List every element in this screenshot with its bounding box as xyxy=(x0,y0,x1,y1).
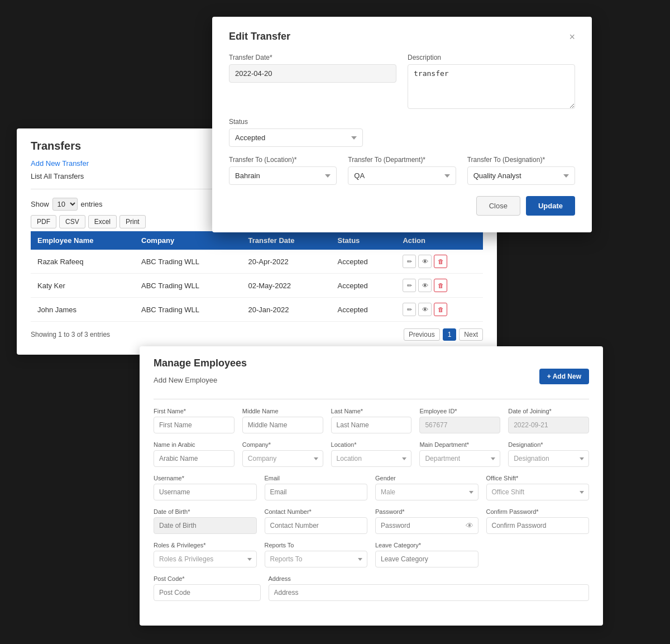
emp-form-row-4: Date of Birth* Contact Number* Password*… xyxy=(154,508,589,534)
employees-panel: Manage Employees Add New Employee + Add … xyxy=(140,346,603,626)
prev-page-button[interactable]: Previous xyxy=(404,328,440,341)
delete-button[interactable]: 🗑 xyxy=(434,255,447,268)
transfer-desig-group: Transfer To (Designation)* Quality Analy… xyxy=(467,156,575,185)
page-1-button[interactable]: 1 xyxy=(443,328,457,341)
location-select[interactable]: Location xyxy=(331,450,412,467)
arabic-name-input[interactable] xyxy=(154,450,234,467)
emp-divider xyxy=(154,399,589,399)
post-code-input[interactable] xyxy=(154,584,261,601)
transfer-location-select[interactable]: Bahrain xyxy=(229,166,337,185)
gender-select[interactable]: Male Female xyxy=(375,484,478,500)
table-row: John James ABC Trading WLL 20-Jan-2022 A… xyxy=(31,298,483,322)
view-button[interactable]: 👁 xyxy=(418,255,432,268)
action-buttons: ✏ 👁 🗑 xyxy=(403,303,476,316)
middle-name-input[interactable] xyxy=(242,417,323,433)
email-group: Email xyxy=(265,475,368,500)
transfer-date-cell: 02-May-2022 xyxy=(241,274,331,298)
close-button[interactable]: Close xyxy=(476,196,520,216)
showing-entries-label: Showing 1 to 3 of 3 entries xyxy=(31,331,110,338)
designation-group: Designation* Designation xyxy=(508,441,589,467)
transfer-location-label: Transfer To (Location)* xyxy=(229,156,337,164)
delete-button[interactable]: 🗑 xyxy=(434,279,447,292)
company-cell: ABC Trading WLL xyxy=(135,274,241,298)
password-input[interactable] xyxy=(375,517,478,534)
email-label: Email xyxy=(265,475,368,481)
emp-form-row-1: First Name* Middle Name Last Name* Emplo… xyxy=(154,408,589,433)
arabic-name-label: Name in Arabic xyxy=(154,441,234,448)
edit-button[interactable]: ✏ xyxy=(403,303,416,316)
employee-name-cell: Razak Rafeeq xyxy=(31,250,135,274)
email-input[interactable] xyxy=(265,484,368,500)
transfer-dept-label: Transfer To (Department)* xyxy=(348,156,456,164)
show-entries: Show 10 25 50 entries xyxy=(31,198,146,211)
confirm-password-input[interactable] xyxy=(486,517,590,534)
address-label: Address xyxy=(269,575,590,582)
roles-select[interactable]: Roles & Privileges xyxy=(154,551,257,567)
date-joining-input[interactable] xyxy=(508,417,589,433)
edit-transfer-modal: Edit Transfer × Transfer Date* Descripti… xyxy=(212,17,592,232)
office-shift-select[interactable]: Office Shift xyxy=(486,484,590,500)
modal-close-x-button[interactable]: × xyxy=(569,32,575,42)
view-button[interactable]: 👁 xyxy=(418,303,432,316)
add-new-employee-label: Add New Employee xyxy=(154,376,217,384)
action-cell: ✏ 👁 🗑 xyxy=(396,250,483,274)
username-input[interactable] xyxy=(154,484,257,500)
status-select[interactable]: Accepted Pending Rejected xyxy=(229,128,363,147)
password-label: Password* xyxy=(375,508,478,515)
edit-button[interactable]: ✏ xyxy=(403,279,416,292)
first-name-input[interactable] xyxy=(154,417,234,433)
dob-group: Date of Birth* xyxy=(154,508,257,534)
contact-input[interactable] xyxy=(265,517,368,534)
print-button[interactable]: Print xyxy=(119,215,146,228)
next-page-button[interactable]: Next xyxy=(459,328,483,341)
table-row: Razak Rafeeq ABC Trading WLL 20-Apr-2022… xyxy=(31,250,483,274)
form-row-3: Transfer To (Location)* Bahrain Transfer… xyxy=(229,156,575,185)
designation-select[interactable]: Designation xyxy=(508,450,589,467)
description-textarea[interactable]: transfer xyxy=(408,64,575,109)
first-name-label: First Name* xyxy=(154,408,234,414)
confirm-password-label: Confirm Password* xyxy=(486,508,590,515)
modal-header: Edit Transfer × xyxy=(229,31,575,42)
username-label: Username* xyxy=(154,475,257,481)
gender-group: Gender Male Female xyxy=(375,475,478,500)
excel-button[interactable]: Excel xyxy=(88,215,117,228)
leave-category-input[interactable] xyxy=(375,551,478,567)
transfer-date-cell: 20-Jan-2022 xyxy=(241,298,331,322)
first-name-group: First Name* xyxy=(154,408,234,433)
table-row: Katy Ker ABC Trading WLL 02-May-2022 Acc… xyxy=(31,274,483,298)
eye-icon[interactable]: 👁 xyxy=(466,521,473,530)
entries-select[interactable]: 10 25 50 xyxy=(52,198,78,211)
description-label: Description xyxy=(408,54,575,61)
employee-form: First Name* Middle Name Last Name* Emplo… xyxy=(154,408,589,601)
employee-id-input[interactable] xyxy=(419,417,500,433)
address-group: Address xyxy=(269,575,590,601)
csv-button[interactable]: CSV xyxy=(59,215,85,228)
company-select[interactable]: Company xyxy=(242,450,323,467)
transfer-date-input[interactable] xyxy=(229,64,396,83)
modal-footer: Close Update xyxy=(229,196,575,216)
add-new-employee-button[interactable]: + Add New xyxy=(539,369,589,384)
main-dept-select[interactable]: Department xyxy=(419,450,500,467)
action-cell: ✏ 👁 🗑 xyxy=(396,274,483,298)
dob-label: Date of Birth* xyxy=(154,508,257,515)
reports-to-select[interactable]: Reports To xyxy=(265,551,368,567)
view-button[interactable]: 👁 xyxy=(418,279,432,292)
password-wrapper: 👁 xyxy=(375,517,478,534)
transfer-desig-select[interactable]: Quality Analyst xyxy=(467,166,575,185)
last-name-input[interactable] xyxy=(331,417,412,433)
arabic-name-group: Name in Arabic xyxy=(154,441,234,467)
pdf-button[interactable]: PDF xyxy=(31,215,56,228)
address-input[interactable] xyxy=(269,584,590,601)
employee-name-cell: John James xyxy=(31,298,135,322)
status-label: Status xyxy=(229,118,363,126)
main-dept-label: Main Department* xyxy=(419,441,500,448)
form-row-2: Status Accepted Pending Rejected xyxy=(229,118,575,147)
update-button[interactable]: Update xyxy=(526,196,575,216)
office-shift-label: Office Shift* xyxy=(486,475,590,481)
delete-button[interactable]: 🗑 xyxy=(434,303,447,316)
transfer-dept-select[interactable]: QA xyxy=(348,166,456,185)
dob-input[interactable] xyxy=(154,517,257,534)
username-group: Username* xyxy=(154,475,257,500)
last-name-label: Last Name* xyxy=(331,408,412,414)
edit-button[interactable]: ✏ xyxy=(403,255,416,268)
